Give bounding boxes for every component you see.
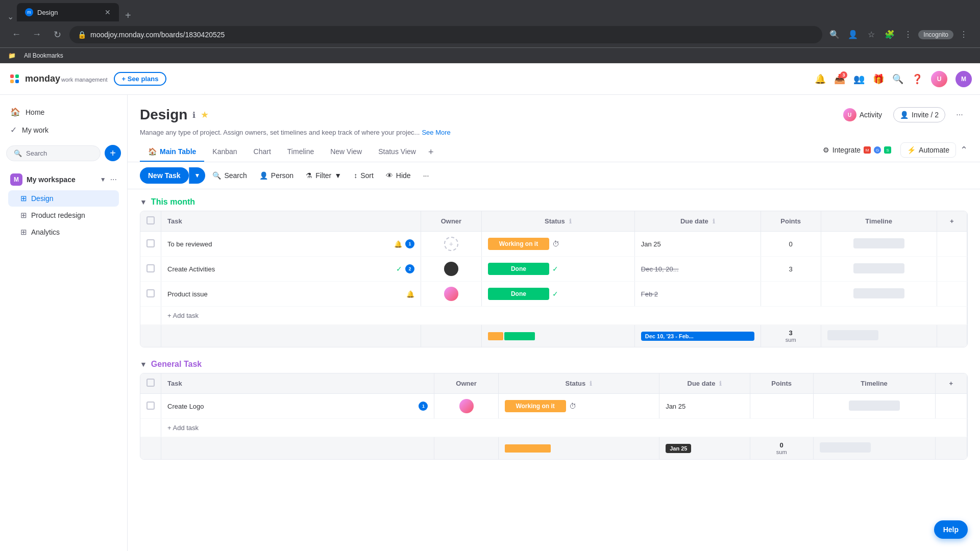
collapse-toolbar-icon[interactable]: ⌃ [960,144,968,156]
sidebar-search-input[interactable]: 🔍 Search [6,145,101,161]
status-badge[interactable]: Working on it [488,238,549,250]
status-badge[interactable]: Working on it [505,400,566,412]
select-all-checkbox[interactable] [146,379,155,387]
status-cell[interactable]: Done ✓ [481,257,634,282]
see-plans-button[interactable]: + See plans [114,72,167,86]
row-checkbox[interactable] [146,289,155,297]
back-button[interactable]: ← [8,27,24,43]
tab-history-btn[interactable]: ⌄ [4,12,17,21]
extension-icon[interactable]: 🧩 [881,27,898,43]
board-more-button[interactable]: ··· [951,107,968,123]
apps-icon[interactable]: 🎁 [873,73,884,85]
row-checkbox[interactable] [146,402,155,410]
notifications-icon[interactable]: 🔔 [815,73,826,85]
new-tab-button[interactable]: + [121,10,135,21]
tab-timeline[interactable]: Timeline [279,142,322,162]
automate-button[interactable]: ⚡ Automate [900,142,956,158]
address-bar[interactable]: 🔒 moodjoy.monday.com/boards/1830420525 [69,26,822,43]
add-task-label[interactable]: + Add task [167,424,199,432]
board-star-icon[interactable]: ★ [201,109,209,120]
status-badge[interactable]: Done [488,263,549,275]
group-collapse-icon[interactable]: ▼ [140,198,147,206]
help-button[interactable]: Help [934,520,968,539]
settings-icon[interactable]: ⋮ [900,27,916,43]
timeline-bar[interactable] [853,263,904,273]
add-button[interactable]: + [105,145,121,161]
incognito-badge[interactable]: Incognito [918,30,953,39]
grid-menu-icon[interactable] [10,74,19,83]
owner-avatar-empty[interactable]: + [444,237,458,251]
tab-new-view[interactable]: New View [322,142,370,162]
inbox-icon[interactable]: 📥 3 [834,73,845,85]
search-icon-top[interactable]: 🔍 [892,73,903,85]
timeline-bar[interactable] [849,400,900,411]
search-icon[interactable]: 🔍 [826,27,843,43]
group-collapse-icon[interactable]: ▼ [140,360,147,368]
select-all-checkbox[interactable] [146,216,155,224]
person-button[interactable]: 👤 Person [254,168,299,183]
profile-icon[interactable]: 👤 [845,27,861,43]
more-toolbar-button[interactable]: ··· [418,168,434,183]
date-range-badge[interactable]: Dec 10, '23 - Feb... [641,332,754,341]
add-column-header[interactable]: + [935,373,967,394]
timeline-bar[interactable] [853,238,904,248]
status-info-icon[interactable]: ℹ [590,380,592,387]
search-button[interactable]: 🔍 Search [207,168,252,183]
add-task-cell[interactable]: + Add task [161,307,967,325]
status-info-icon[interactable]: ℹ [569,218,572,225]
user-avatar-2[interactable]: M [955,71,972,87]
reload-button[interactable]: ↻ [49,27,65,43]
filter-button[interactable]: ⚗ Filter ▼ [301,168,347,183]
board-info-icon[interactable]: ℹ [192,110,195,120]
status-badge[interactable]: Done [488,288,549,300]
row-checkbox[interactable] [146,264,155,272]
sidebar-item-product-redesign[interactable]: ⊞ Product redesign [8,207,119,223]
status-cell[interactable]: Working on it ⏱ [498,394,659,419]
add-task-row[interactable]: + Add task [140,307,967,325]
task-complete-icon[interactable]: ✓ [396,265,402,273]
subscribe-icon[interactable]: 🔔 [406,290,414,298]
sidebar-item-analytics[interactable]: ⊞ Analytics [8,224,119,240]
tab-close-icon[interactable]: ✕ [105,8,111,16]
workspace-more-icon[interactable]: ··· [110,175,117,184]
status-cell[interactable]: Done ✓ [481,282,634,307]
new-task-button[interactable]: New Task [140,167,189,184]
timeline-bar[interactable] [853,288,904,298]
see-more-link[interactable]: See More [422,129,450,136]
add-column-header[interactable]: + [937,211,967,232]
star-icon[interactable]: ☆ [863,27,879,43]
workspace-header[interactable]: M My workspace ▼ ··· [4,169,123,190]
sort-button[interactable]: ↕ Sort [349,168,379,183]
bookmarks-label[interactable]: All Bookmarks [24,52,63,59]
due-date-info-icon[interactable]: ℹ [719,380,722,387]
group-general-task-title[interactable]: General Task [151,360,202,369]
status-cell[interactable]: Working on it ⏱ [481,232,634,257]
forward-button[interactable]: → [29,27,45,43]
owner-avatar-dark[interactable] [444,262,458,276]
owner-avatar-gradient[interactable] [444,287,458,301]
subscribe-icon[interactable]: 🔔 [394,240,402,248]
browser-tab[interactable]: m Design ✕ [17,3,119,21]
tab-status-view[interactable]: Status View [370,142,424,162]
sidebar-item-my-work[interactable]: ✓ My work [4,121,123,139]
due-date-info-icon[interactable]: ℹ [713,218,715,225]
owner-avatar-gradient[interactable] [459,399,474,413]
add-task-label[interactable]: + Add task [167,312,199,319]
user-avatar-1[interactable]: U [931,71,947,87]
date-range-badge[interactable]: Jan 25 [666,444,691,453]
add-task-row[interactable]: + Add task [140,419,967,437]
people-icon[interactable]: 👥 [853,73,865,85]
row-checkbox[interactable] [146,239,155,247]
tab-main-table[interactable]: 🏠 Main Table [140,142,204,162]
sidebar-item-design[interactable]: ⊞ Design [8,190,119,207]
more-icon[interactable]: ⋮ [955,27,972,43]
sidebar-item-home[interactable]: 🏠 Home [4,103,123,121]
group-this-month-title[interactable]: This month [151,197,195,207]
new-task-dropdown-button[interactable]: ▼ [189,167,206,184]
activity-button[interactable]: U Activity [838,105,887,124]
add-task-cell[interactable]: + Add task [161,419,967,437]
invite-button[interactable]: 👤 Invite / 2 [893,107,945,122]
hide-button[interactable]: 👁 Hide [381,168,416,183]
tab-chart[interactable]: Chart [246,142,279,162]
tab-kanban[interactable]: Kanban [204,142,245,162]
